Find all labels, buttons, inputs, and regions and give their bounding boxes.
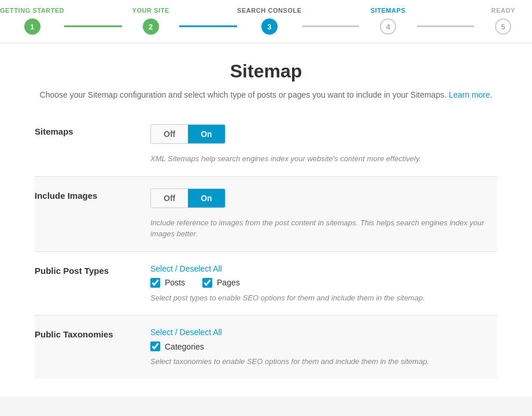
post-types-posts-label: Posts xyxy=(165,278,185,287)
public-taxonomies-control: Select / Deselect All Categories Select … xyxy=(150,315,497,379)
wizard-line-3-4 xyxy=(302,25,360,27)
public-post-types-hint: Select post types to enable SEO options … xyxy=(150,292,497,304)
public-taxonomies-label: Public Taxonomies xyxy=(35,315,150,379)
step-label-getting-started: GETTING STARTED xyxy=(0,7,64,14)
step-label-your-site: YOUR SITE xyxy=(132,7,169,14)
wizard-step-ready[interactable]: READY 5 xyxy=(474,7,532,35)
include-images-control: Off On Include reference to images from … xyxy=(150,176,497,251)
include-images-off-button[interactable]: Off xyxy=(151,189,188,207)
sitemaps-control: Off On XML Sitemaps help search engines … xyxy=(150,113,497,176)
public-post-types-row: Public Post Types Select / Deselect All … xyxy=(35,251,497,315)
sitemaps-hint: XML Sitemaps help search engines index y… xyxy=(150,153,497,165)
public-taxonomies-hint: Select taxonomies to enable SEO options … xyxy=(150,356,497,367)
step-label-sitemaps: SITEMAPS xyxy=(371,7,406,14)
step-circle-2: 2 xyxy=(143,18,159,35)
post-types-pages-item: Pages xyxy=(202,278,240,288)
step-label-ready: READY xyxy=(492,7,515,14)
wizard-line-2-3 xyxy=(179,25,237,27)
wizard-line-4-5 xyxy=(417,25,475,27)
include-images-on-button[interactable]: On xyxy=(188,189,224,207)
wizard-step-getting-started[interactable]: GETTING STARTED 1 xyxy=(0,7,64,35)
settings-table: Sitemaps Off On XML Sitemaps help search… xyxy=(35,113,497,379)
include-images-row: Include Images Off On Include reference … xyxy=(35,176,497,251)
wizard-line-1-2 xyxy=(64,25,122,27)
sitemaps-on-button[interactable]: On xyxy=(188,125,224,143)
sitemaps-label: Sitemaps xyxy=(35,113,150,176)
wizard-step-search-console[interactable]: SEARCH CONSOLE 3 xyxy=(237,7,302,35)
sitemaps-row: Sitemaps Off On XML Sitemaps help search… xyxy=(35,113,497,176)
learn-more-link[interactable]: Learn more. xyxy=(449,90,492,99)
public-post-types-control: Select / Deselect All Posts Pages Select… xyxy=(150,251,497,315)
taxonomies-categories-checkbox[interactable] xyxy=(150,341,160,351)
include-images-toggle[interactable]: Off On xyxy=(150,188,226,208)
post-types-posts-item: Posts xyxy=(150,278,185,288)
public-post-types-label: Public Post Types xyxy=(35,251,150,315)
subtitle-text: Choose your Sitemap configuration and se… xyxy=(40,90,447,99)
step-circle-3: 3 xyxy=(261,18,278,35)
taxonomies-select-deselect[interactable]: Select / Deselect All xyxy=(150,328,222,337)
step-circle-5: 5 xyxy=(495,18,511,35)
post-types-posts-checkbox[interactable] xyxy=(150,278,160,288)
step-circle-4: 4 xyxy=(380,18,396,35)
post-types-select-deselect[interactable]: Select / Deselect All xyxy=(150,264,222,273)
wizard-step-your-site[interactable]: YOUR SITE 2 xyxy=(122,7,180,35)
public-taxonomies-row: Public Taxonomies Select / Deselect All … xyxy=(35,315,497,379)
taxonomies-categories-label: Categories xyxy=(165,342,204,351)
sitemaps-off-button[interactable]: Off xyxy=(151,125,188,143)
post-types-checkbox-group: Posts Pages xyxy=(150,278,497,288)
sitemaps-toggle[interactable]: Off On xyxy=(150,124,226,144)
main-content: Sitemap Choose your Sitemap configuratio… xyxy=(0,43,532,396)
taxonomies-categories-item: Categories xyxy=(150,341,204,351)
page-title: Sitemap xyxy=(35,61,497,82)
step-circle-1: 1 xyxy=(24,18,40,35)
post-types-pages-checkbox[interactable] xyxy=(202,278,212,288)
taxonomies-checkbox-group: Categories xyxy=(150,341,497,351)
include-images-hint: Include reference to images from the pos… xyxy=(150,217,497,240)
wizard-steps: GETTING STARTED 1 YOUR SITE 2 SEARCH CON… xyxy=(0,7,532,43)
step-label-search-console: SEARCH CONSOLE xyxy=(237,7,302,14)
post-types-pages-label: Pages xyxy=(217,278,240,287)
page-subtitle: Choose your Sitemap configuration and se… xyxy=(35,89,497,101)
wizard-step-sitemaps[interactable]: SITEMAPS 4 xyxy=(359,7,417,35)
wizard-nav: GETTING STARTED 1 YOUR SITE 2 SEARCH CON… xyxy=(0,0,532,43)
include-images-label: Include Images xyxy=(35,176,150,251)
